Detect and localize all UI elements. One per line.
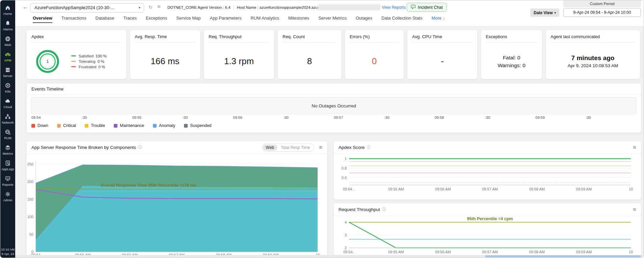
- timeline-tick: :30: [284, 115, 334, 120]
- sidebar-item-reports[interactable]: Reports: [2, 176, 13, 186]
- sidebar-item-label: Alarms: [3, 27, 13, 31]
- info-icon[interactable]: ⓘ: [382, 207, 386, 212]
- sidebar-item-label: Home: [3, 12, 12, 16]
- timeline-legend-trouble: Trouble: [85, 123, 105, 128]
- timeline-legend-down: Down: [31, 123, 48, 128]
- tab-outages[interactable]: Outages: [356, 16, 372, 23]
- kpi-card-avg-cpu-time: Avg. CPU Time-: [407, 30, 477, 79]
- incident-chat-button[interactable]: Incident Chat: [407, 3, 447, 12]
- custom-period-range-input[interactable]: 9-Apr-24 09:54 - 9-Apr-24 10:00: [563, 8, 641, 17]
- tab-exceptions[interactable]: Exceptions: [146, 16, 167, 23]
- toggle-total-resp-time[interactable]: Total Resp Time: [277, 145, 313, 151]
- date-view-button[interactable]: Date View ▾: [530, 8, 559, 17]
- hamburger-menu-icon[interactable]: ≡: [633, 145, 636, 150]
- list-menu-icon[interactable]: ≡: [157, 4, 160, 9]
- events-timeline-header: Events Timeline: [27, 83, 641, 95]
- sidebar-item-applogs[interactable]: AppLogs: [1, 160, 14, 171]
- svg-text:4: 4: [345, 220, 347, 224]
- svg-text:50: 50: [29, 232, 33, 236]
- events-timeline-body: No Outages Occurred 09:54:3009:55:3009:5…: [27, 95, 641, 128]
- sidebar-item-admin[interactable]: Admin: [3, 191, 12, 202]
- sidebar-item-network[interactable]: Network: [2, 113, 14, 124]
- kubernetes-icon: [5, 82, 11, 88]
- refresh-icon[interactable]: ↻: [149, 5, 153, 9]
- sidebar-item-label: K8s: [5, 89, 10, 93]
- view-reports-link[interactable]: View Reports: [382, 5, 406, 10]
- horizontal-scrollbar-thumb[interactable]: [485, 255, 641, 257]
- info-icon[interactable]: ⓘ: [138, 145, 142, 150]
- events-timeline-panel: Events Timeline No Outages Occurred 09:5…: [27, 83, 641, 133]
- timeline-legend-critical: Critical: [57, 123, 76, 128]
- back-icon[interactable]: ←: [23, 4, 28, 10]
- kpi-card-title: Errors (%): [350, 34, 399, 43]
- tab-app-parameters[interactable]: App Parameters: [210, 16, 242, 23]
- redacted-text: [318, 4, 380, 10]
- tab-database[interactable]: Database: [96, 16, 114, 23]
- chat-icon: [411, 4, 416, 10]
- sidebar-item-server[interactable]: Server: [3, 67, 12, 78]
- tab-traces[interactable]: Traces: [123, 16, 136, 23]
- apdex-legend-item: Tolerating0 %: [71, 59, 107, 63]
- agent-timestamp: Apr 9, 2024 10:08:53 AM: [568, 63, 618, 68]
- legend-label: Trouble: [91, 123, 105, 128]
- svg-text:09:58 AM: 09:58 AM: [529, 187, 544, 191]
- svg-text:09:57 AM: 09:57 AM: [482, 187, 498, 191]
- reports-icon: [5, 176, 11, 182]
- legend-label: Critical: [63, 123, 76, 128]
- info-icon[interactable]: ⓘ: [367, 145, 371, 150]
- kpi-value: 166 ms: [151, 56, 179, 67]
- sidebar: HomeAlarmsWebAPMServerK8sCloudNetworkRUM…: [0, 0, 15, 258]
- sidebar-items: HomeAlarmsWebAPMServerK8sCloudNetworkRUM…: [1, 5, 14, 207]
- legend-label: Suspended: [190, 123, 211, 128]
- applogs-icon: [5, 160, 11, 166]
- kpi-card-avg-resp-time: Avg. Resp. Time166 ms: [130, 30, 200, 79]
- legend-swatch: [71, 55, 76, 56]
- agent-version-text: DOTNET_CORE Agent Version : 6.4: [167, 5, 231, 9]
- timeline-legend-maintenance: Maintenance: [114, 123, 144, 128]
- apdex-gauge-ring: 1: [39, 53, 56, 70]
- response-time-panel-header: App Server Response Time Broken by Compo…: [27, 141, 327, 154]
- legend-value: 0 %: [98, 65, 105, 69]
- sidebar-item-home[interactable]: Home: [3, 5, 12, 16]
- timeline-tick: :30: [82, 115, 132, 120]
- sidebar-clock: 10:16 AM 9 Apr, 24: [0, 247, 15, 256]
- apdex-card-title: Apdex: [31, 34, 122, 43]
- kpi-card-title: Req. Throughput: [209, 34, 269, 43]
- svg-text:250: 250: [27, 162, 33, 166]
- legend-label: Frustrated: [79, 65, 96, 69]
- sidebar-item-rum[interactable]: RUM: [4, 129, 11, 140]
- sidebar-item-web[interactable]: Web: [4, 36, 11, 47]
- sidebar-item-apm[interactable]: APM: [4, 51, 11, 62]
- tab-more[interactable]: More ↓: [431, 16, 445, 23]
- sidebar-item-alarms[interactable]: Alarms: [3, 20, 13, 31]
- kpi-card-title: Avg. CPU Time: [412, 34, 473, 43]
- horizontal-scrollbar: [15, 255, 644, 258]
- tab-transactions[interactable]: Transactions: [61, 16, 86, 23]
- kpi-card-body: 7 minutes agoApr 9, 2024 10:08:53 AM: [546, 44, 640, 79]
- apdex-score-panel: Apdex Score ⓘ ≡ 0.60.8109:54 ..09:55 AM0…: [334, 141, 641, 200]
- tab-service-map[interactable]: Service Map: [176, 16, 200, 23]
- timeline-legend: DownCriticalTroubleMaintenanceAnomalySus…: [31, 123, 636, 128]
- kpi-card-row: Apdex1Satisfied100 %Tolerating0 %Frustra…: [27, 30, 644, 79]
- hamburger-menu-icon[interactable]: ≡: [319, 145, 322, 150]
- tab-data-collection-stats[interactable]: Data Collection Stats: [381, 16, 422, 23]
- kpi-card-body: 8: [278, 44, 341, 79]
- sidebar-item-metrics[interactable]: Metrics: [3, 145, 13, 155]
- hamburger-menu-icon[interactable]: ≡: [633, 207, 636, 212]
- sidebar-item-cloud[interactable]: Cloud: [4, 98, 12, 109]
- tab-milestones[interactable]: Milestones: [288, 16, 309, 23]
- kpi-card-title: Avg. Resp. Time: [135, 34, 195, 43]
- sidebar-item-k8s[interactable]: K8s: [5, 82, 11, 93]
- kpi-card-body: 0: [345, 44, 404, 79]
- kpi-card-body: -: [407, 44, 477, 79]
- tab-server-metrics[interactable]: Server Metrics: [318, 16, 347, 23]
- kpi-card-exceptions: ExceptionsFatal: 0Warnings: 0: [481, 30, 542, 79]
- request-throughput-panel-header: Request Throughput ⓘ ≡: [334, 203, 641, 216]
- tab-overview[interactable]: Overview: [33, 16, 52, 23]
- tab-rum-analytics[interactable]: RUM Analytics: [250, 16, 279, 23]
- agent-info-row: DOTNET_CORE Agent Version : 6.4 Host Nam…: [167, 5, 343, 9]
- timeline-tick: 09:56: [233, 115, 283, 120]
- clock-time: 10:16 AM: [0, 247, 15, 252]
- toggle-web[interactable]: Web: [263, 145, 277, 151]
- app-selector-dropdown[interactable]: AzureFunctionAppSample2024 (10-30-... ▾: [30, 3, 144, 12]
